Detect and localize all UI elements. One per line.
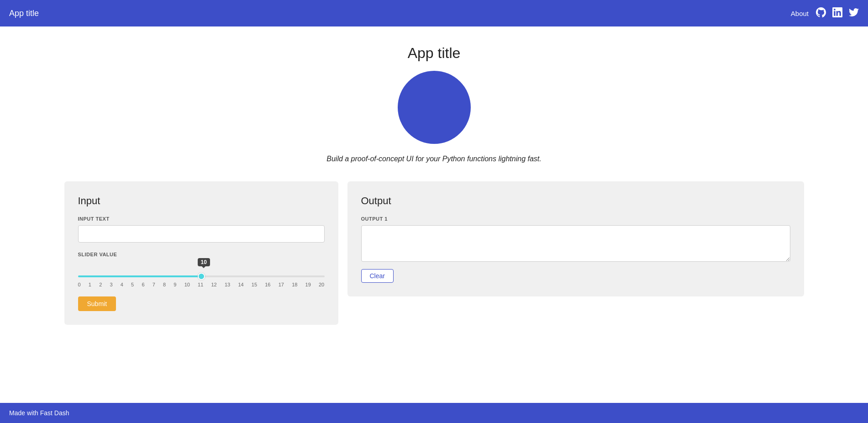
slider-wrapper: 10 (78, 271, 325, 279)
slider-section: SLIDER VALUE 10 0 1 2 3 4 5 6 7 8 9 10 (78, 252, 325, 287)
slider-ticks: 0 1 2 3 4 5 6 7 8 9 10 11 12 13 14 15 16 (78, 282, 325, 287)
output1-textarea[interactable] (361, 225, 790, 262)
navbar: App title About (0, 0, 868, 26)
linkedin-icon[interactable] (832, 7, 842, 20)
input-text-input[interactable] (78, 225, 325, 243)
output1-label: OUTPUT 1 (361, 216, 790, 222)
about-link[interactable]: About (791, 10, 809, 17)
slider-input[interactable] (78, 275, 325, 277)
panels-row: Input INPUT TEXT SLIDER VALUE 10 0 1 2 3… (64, 181, 804, 325)
output-panel: Output OUTPUT 1 Clear (347, 181, 804, 296)
navbar-right: About (791, 7, 859, 20)
submit-button[interactable]: Submit (78, 296, 116, 311)
subtitle: Build a proof-of-concept UI for your Pyt… (326, 155, 541, 163)
footer-text: Made with Fast Dash (9, 409, 69, 417)
slider-label: SLIDER VALUE (78, 252, 325, 257)
slider-tooltip: 10 (198, 258, 210, 266)
twitter-icon[interactable] (849, 7, 859, 20)
rocket-icon-container (398, 71, 471, 144)
input-text-label: INPUT TEXT (78, 216, 325, 222)
navbar-brand: App title (9, 9, 39, 18)
input-panel: Input INPUT TEXT SLIDER VALUE 10 0 1 2 3… (64, 181, 338, 325)
main-content: App title .rocket-icon-container { posit… (0, 26, 868, 403)
page-title: App title (408, 45, 461, 62)
output1-field: OUTPUT 1 (361, 216, 790, 264)
input-text-field: INPUT TEXT (78, 216, 325, 243)
footer: Made with Fast Dash (0, 403, 868, 423)
social-icons (816, 7, 859, 20)
output-panel-title: Output (361, 195, 790, 207)
input-panel-title: Input (78, 195, 325, 207)
github-icon[interactable] (816, 7, 826, 20)
clear-button[interactable]: Clear (361, 269, 394, 283)
